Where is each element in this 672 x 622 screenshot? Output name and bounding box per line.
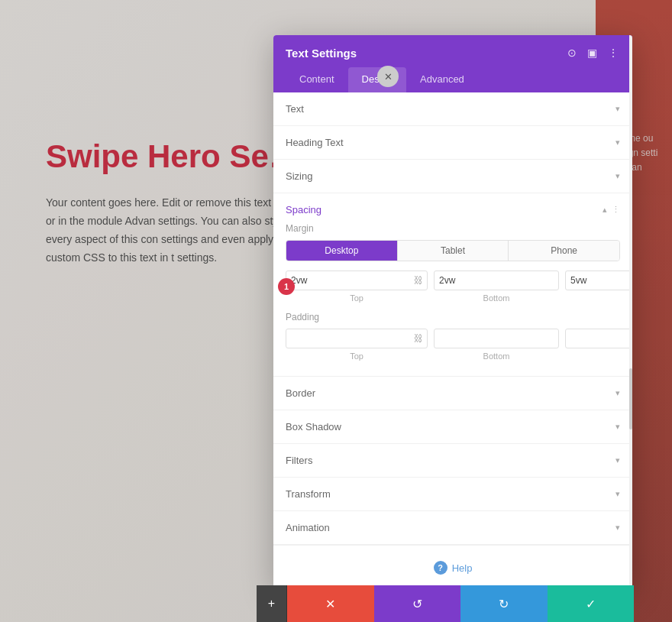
help-icon: ?: [434, 561, 447, 575]
spacing-header-icons: ▴ ⋮: [603, 205, 620, 215]
margin-bottom-group: Bottom: [434, 271, 559, 303]
padding-top-label: Top: [350, 351, 363, 361]
margin-bottom-input[interactable]: [435, 271, 558, 290]
padding-bottom-input[interactable]: [435, 329, 558, 348]
panel-header: Text Settings ⊙ ▣ ⋮ Content Design Advan…: [273, 35, 632, 92]
section-transform[interactable]: Transform ▾: [273, 478, 632, 511]
padding-bottom-group: Bottom: [434, 329, 559, 361]
chevron-text-icon: ▾: [615, 104, 620, 114]
spacing-more-icon[interactable]: ⋮: [612, 205, 620, 215]
undo-icon: ↺: [412, 597, 422, 611]
section-border[interactable]: Border ▾: [273, 377, 632, 410]
section-box-shadow[interactable]: Box Shadow ▾: [273, 410, 632, 444]
margin-top-label: Top: [350, 293, 363, 303]
save-icon: ✓: [586, 597, 596, 611]
panel-header-top: Text Settings ⊙ ▣ ⋮: [286, 46, 620, 60]
add-icon: +: [268, 597, 275, 611]
step-badge: 1: [278, 278, 295, 295]
section-box-shadow-label: Box Shadow: [286, 421, 341, 432]
chevron-box-shadow-icon: ▾: [615, 422, 620, 432]
margin-inputs-row: 1 ⛓ Top Bottom: [286, 271, 620, 303]
chevron-transform-icon: ▾: [615, 489, 620, 499]
redo-icon: ↻: [499, 597, 509, 611]
padding-bottom-wrap: [434, 329, 559, 348]
add-button[interactable]: +: [257, 585, 287, 622]
padding-top-group: ⛓ Top: [286, 329, 428, 361]
section-transform-label: Transform: [286, 488, 331, 500]
chevron-sizing-icon: ▾: [615, 171, 620, 181]
settings-panel: Text Settings ⊙ ▣ ⋮ Content Design Advan…: [273, 35, 632, 590]
margin-left-wrap: ⛓: [565, 271, 632, 290]
section-animation[interactable]: Animation ▾: [273, 511, 632, 545]
help-link[interactable]: Help: [452, 562, 473, 574]
margin-bottom-label: Bottom: [483, 293, 510, 303]
section-text[interactable]: Text ▾: [273, 92, 632, 126]
margin-top-input[interactable]: [286, 271, 410, 290]
redo-button[interactable]: ↻: [460, 585, 548, 622]
undo-button[interactable]: ↺: [374, 585, 461, 622]
panel-title: Text Settings: [286, 47, 357, 60]
section-animation-label: Animation: [286, 522, 330, 533]
padding-label: Padding: [286, 312, 620, 322]
spacing-header-left: Spacing: [286, 204, 321, 215]
settings-layout-icon[interactable]: ▣: [586, 46, 599, 60]
padding-left-group: ⛓ Left: [565, 329, 632, 361]
tab-advanced[interactable]: Advanced: [406, 67, 478, 92]
padding-link-icon[interactable]: ⛓: [410, 333, 427, 344]
section-heading-text[interactable]: Heading Text ▾: [273, 126, 632, 160]
panel-body: Text ▾ Heading Text ▾ Sizing ▾ Spacing ▴…: [273, 92, 632, 590]
margin-left-group: ⛓ Left: [565, 271, 632, 303]
section-sizing[interactable]: Sizing ▾: [273, 160, 632, 193]
help-row: ? Help: [273, 545, 632, 590]
chevron-border-icon: ▾: [615, 388, 620, 398]
tab-content[interactable]: Content: [286, 67, 348, 92]
settings-target-icon[interactable]: ⊙: [566, 46, 578, 60]
section-spacing: Spacing ▴ ⋮ Margin Desktop Tablet Phone: [273, 193, 632, 377]
cancel-icon: ✕: [325, 597, 335, 611]
settings-more-icon[interactable]: ⋮: [606, 46, 620, 60]
cancel-button[interactable]: ✕: [287, 585, 374, 622]
spacing-title: Spacing: [286, 204, 321, 215]
padding-bottom-label: Bottom: [483, 351, 510, 361]
section-filters[interactable]: Filters ▾: [273, 444, 632, 478]
device-tab-tablet[interactable]: Tablet: [398, 241, 509, 261]
spacing-header[interactable]: Spacing ▴ ⋮: [273, 193, 632, 223]
section-sizing-label: Sizing: [286, 170, 312, 182]
section-text-label: Text: [286, 103, 304, 115]
padding-top-wrap: ⛓: [286, 329, 428, 348]
margin-link-icon[interactable]: ⛓: [410, 275, 427, 286]
bottom-toolbar: + ✕ ↺ ↻ ✓: [257, 585, 634, 622]
save-button[interactable]: ✓: [548, 585, 635, 622]
section-filters-label: Filters: [286, 455, 312, 466]
panel-header-icons: ⊙ ▣ ⋮: [566, 46, 620, 60]
device-tab-desktop[interactable]: Desktop: [286, 241, 398, 261]
device-tab-phone[interactable]: Phone: [509, 241, 619, 261]
scrollbar-track: [629, 92, 632, 590]
chevron-animation-icon: ▾: [615, 523, 620, 533]
padding-left-input[interactable]: [566, 329, 632, 348]
spacing-content: Margin Desktop Tablet Phone 1: [273, 223, 632, 376]
margin-bottom-wrap: [434, 271, 559, 290]
chevron-spacing-icon: ▴: [603, 205, 607, 215]
panel-tabs: Content Design Advanced: [286, 67, 620, 92]
margin-top-wrap: ⛓: [286, 271, 428, 290]
margin-top-group: ⛓ Top: [286, 271, 428, 303]
scrollbar-thumb[interactable]: [629, 368, 632, 429]
section-border-label: Border: [286, 387, 315, 399]
margin-left-input[interactable]: [566, 271, 632, 290]
padding-left-wrap: ⛓: [565, 329, 632, 348]
close-button[interactable]: ✕: [377, 66, 399, 87]
margin-label: Margin: [286, 223, 620, 234]
section-heading-label: Heading Text: [286, 137, 344, 148]
padding-inputs-row: ⛓ Top Bottom ⛓: [286, 329, 620, 361]
chevron-heading-icon: ▾: [615, 138, 620, 147]
device-tabs: Desktop Tablet Phone: [286, 240, 620, 261]
chevron-filters-icon: ▾: [615, 455, 620, 465]
padding-top-input[interactable]: [286, 329, 410, 348]
